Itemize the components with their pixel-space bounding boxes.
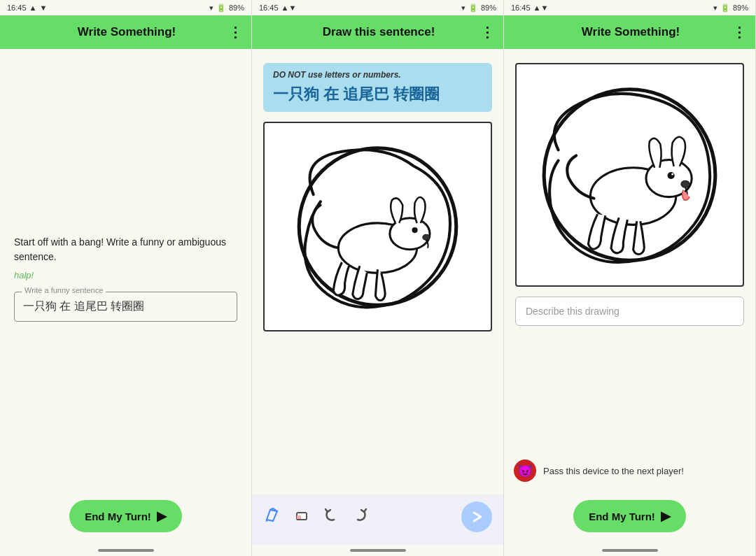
- redo-icon[interactable]: [351, 506, 370, 528]
- app-bar-3: Write Something! ⋮: [504, 15, 755, 49]
- menu-icon-3[interactable]: ⋮: [732, 24, 747, 41]
- status-time-1: 16:45: [7, 3, 27, 12]
- svg-point-11: [671, 173, 673, 175]
- write-input-container[interactable]: Write a funny sentence 一只狗 在 追尾巴 转圈圈: [14, 292, 237, 322]
- eraser-tool-icon[interactable]: [293, 506, 311, 528]
- bottom-bar-1: End My Turn! ▶: [0, 493, 251, 545]
- draw-instruction-sentence: 一只狗 在 追尾巴 转圈圈: [273, 84, 482, 105]
- menu-icon-2[interactable]: ⋮: [480, 24, 495, 41]
- bottom-bar-draw: [252, 494, 503, 545]
- status-right-2: ▾ 🔋 89%: [461, 3, 496, 13]
- home-indicator-2: [252, 545, 503, 556]
- battery-pct-1: 89%: [229, 3, 244, 12]
- draw-tools: [263, 506, 370, 528]
- bottom-bar-3: End My Turn! ▶: [504, 493, 755, 545]
- describe-placeholder[interactable]: Describe this drawing: [526, 306, 734, 317]
- wifi-icon-2: ▾: [461, 3, 465, 13]
- pass-device-text: Pass this device to the next player!: [543, 466, 684, 476]
- describe-canvas-area: [515, 63, 744, 287]
- undo-icon[interactable]: [322, 506, 340, 528]
- status-left-2: 16:45 ▲▼: [259, 3, 296, 12]
- send-button[interactable]: [461, 501, 492, 532]
- status-bar-1: 16:45 ▲ ▼ ▾ 🔋 89%: [0, 0, 251, 15]
- pen-tool-icon[interactable]: [263, 506, 281, 528]
- status-time-3: 16:45: [511, 3, 531, 12]
- app-bar-title-2: Draw this sentence!: [277, 25, 480, 39]
- pass-avatar: 😈: [514, 459, 536, 482]
- panel1-content: Start off with a bang! Write a funny or …: [0, 49, 251, 493]
- status-right-1: ▾ 🔋 89%: [209, 3, 244, 13]
- panel3-content: Describe this drawing: [504, 49, 755, 448]
- battery-icon-2: 🔋: [468, 3, 478, 13]
- app-bar-title-3: Write Something!: [529, 25, 732, 39]
- status-bar-3: 16:45 ▲▼ ▾ 🔋 89%: [504, 0, 755, 15]
- describe-input-container[interactable]: Describe this drawing: [515, 297, 744, 326]
- app-bar-title-1: Write Something!: [25, 25, 228, 39]
- status-time-2: 16:45: [259, 3, 279, 12]
- home-indicator-3: [504, 545, 755, 556]
- home-bar-3: [602, 549, 658, 552]
- draw-instruction-box: DO NOT use letters or numbers. 一只狗 在 追尾巴…: [263, 63, 492, 112]
- home-bar-2: [350, 549, 406, 552]
- app-bar-1: Write Something! ⋮: [0, 15, 251, 49]
- svg-point-3: [423, 234, 430, 240]
- app-bar-2: Draw this sentence! ⋮: [252, 15, 503, 49]
- end-turn-arrow-1: ▶: [157, 508, 167, 524]
- svg-point-12: [681, 180, 690, 187]
- panel2-content: DO NOT use letters or numbers. 一只狗 在 追尾巴…: [252, 49, 503, 494]
- status-right-3: ▾ 🔋 89%: [713, 3, 748, 13]
- write-help-text: halp!: [14, 270, 237, 280]
- write-intro-text: Start off with a bang! Write a funny or …: [14, 235, 237, 264]
- panel-write-something-2: 16:45 ▲▼ ▾ 🔋 89% Write Something! ⋮: [504, 0, 756, 556]
- menu-icon-1[interactable]: ⋮: [228, 24, 243, 41]
- status-left-3: 16:45 ▲▼: [511, 3, 548, 12]
- write-input-value[interactable]: 一只狗 在 追尾巴 转圈圈: [23, 299, 228, 314]
- pass-device-bar: 😈 Pass this device to the next player!: [504, 454, 755, 487]
- wifi-icon-3: ▾: [713, 3, 718, 13]
- wifi-icon-1: ▼: [39, 3, 47, 12]
- svg-point-2: [412, 227, 417, 233]
- signal-icon-3: ▲▼: [533, 3, 549, 12]
- battery-pct-2: 89%: [481, 3, 496, 12]
- signal-icon-1: ▲: [29, 3, 37, 12]
- write-input-label: Write a funny sentence: [22, 286, 106, 294]
- end-turn-arrow-3: ▶: [661, 508, 671, 524]
- svg-point-10: [668, 172, 675, 179]
- end-turn-button-1[interactable]: End My Turn! ▶: [69, 500, 182, 532]
- dog-drawing-svg-1: [265, 123, 491, 330]
- panel-write-something-1: 16:45 ▲ ▼ ▾ 🔋 89% Write Something! ⋮ Sta…: [0, 0, 252, 556]
- battery-pct-3: 89%: [733, 3, 748, 12]
- wifi-icon-1b: ▾: [209, 3, 214, 13]
- battery-icon-3: 🔋: [720, 3, 730, 13]
- drawing-canvas-1[interactable]: [263, 122, 492, 332]
- panel-draw: 16:45 ▲▼ ▾ 🔋 89% Draw this sentence! ⋮ D…: [252, 0, 504, 556]
- status-bar-2: 16:45 ▲▼ ▾ 🔋 89%: [252, 0, 503, 15]
- home-indicator-1: [0, 545, 251, 556]
- signal-icon-2: ▲▼: [281, 3, 297, 12]
- dog-drawing-svg-2: [517, 64, 743, 285]
- home-bar-1: [98, 549, 154, 552]
- status-left-1: 16:45 ▲ ▼: [7, 3, 47, 12]
- end-turn-button-3[interactable]: End My Turn! ▶: [573, 500, 686, 532]
- draw-instruction-small: DO NOT use letters or numbers.: [273, 70, 482, 80]
- battery-icon-1: 🔋: [216, 3, 226, 13]
